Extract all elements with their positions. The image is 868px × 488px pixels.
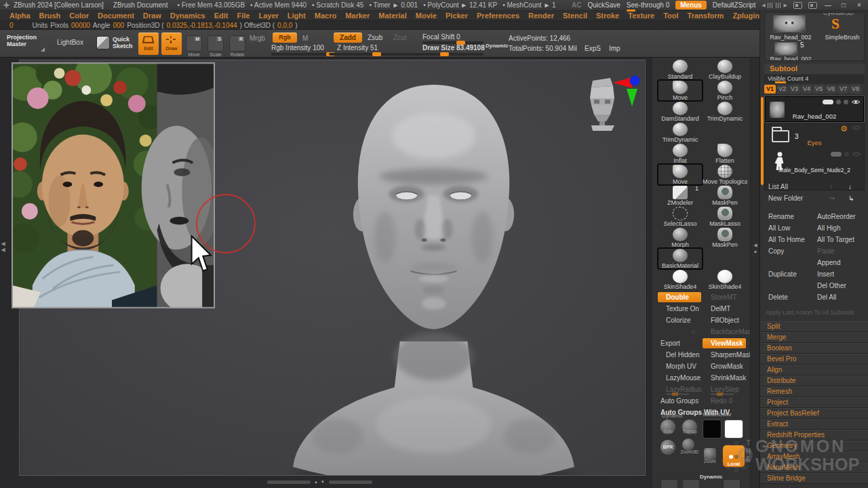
menu-item[interactable]: Zplugin xyxy=(732,12,760,20)
move-up-button[interactable]: ↑ xyxy=(829,182,833,192)
palette-button[interactable]: ShrinkMask xyxy=(703,373,747,383)
lightbox-button[interactable]: LightBox xyxy=(57,39,83,46)
menu-item[interactable]: Light xyxy=(288,12,306,20)
palette-button[interactable]: Double xyxy=(658,292,701,302)
zcut-button[interactable]: Zcut xyxy=(393,34,406,41)
palette-divider[interactable]: ◀ ▲ xyxy=(750,58,760,488)
draw-size-handle[interactable] xyxy=(440,52,449,56)
section-header[interactable]: NanoMesh xyxy=(760,462,868,473)
menu-item[interactable]: Tool xyxy=(663,12,678,20)
brush-item[interactable]: TrimDynamic xyxy=(658,122,703,143)
brush-item[interactable]: Move xyxy=(658,80,703,101)
section-header[interactable]: Split xyxy=(760,321,868,332)
version-tab[interactable]: V1 xyxy=(764,85,776,94)
subtool-action-button[interactable] xyxy=(766,258,814,269)
version-tab[interactable]: V7 xyxy=(837,85,849,94)
section-header[interactable]: Merge xyxy=(760,332,868,343)
z-intensity-slider[interactable] xyxy=(329,53,424,56)
palette-button[interactable]: ∩ xyxy=(658,327,703,337)
brush-item[interactable]: TrimDynamic xyxy=(703,101,747,122)
palette-button[interactable]: ViewMask xyxy=(703,338,746,348)
visible-count-handle[interactable] xyxy=(775,81,786,83)
menu-item[interactable]: Layer xyxy=(258,12,278,20)
subtool-action-button[interactable]: All High xyxy=(814,223,863,235)
subtool-row-rav-head[interactable]: Rav_head_002 xyxy=(765,96,864,122)
version-tab[interactable]: V2 xyxy=(776,85,788,94)
gear-icon[interactable]: ⚙ xyxy=(840,125,848,133)
z-intensity-handle[interactable] xyxy=(372,52,381,56)
focal-shift-slider-label[interactable]: Focal Shift 0 xyxy=(422,33,460,41)
left-tray-collapse-arrows[interactable]: ◀ ◀ xyxy=(0,241,6,253)
minimize-button[interactable]: — xyxy=(823,1,833,9)
subtool-toggle-icons[interactable] xyxy=(823,99,861,105)
redo-curve-icon[interactable]: ↪ xyxy=(829,193,835,203)
subtool-scrollbar[interactable] xyxy=(761,97,764,185)
palette-button[interactable]: FillObject xyxy=(703,315,747,325)
brush-item[interactable]: Flatten xyxy=(703,143,747,164)
palette-button[interactable]: Auto Groups xyxy=(658,396,703,406)
restore-button[interactable]: □ xyxy=(839,1,848,9)
scroll-down-icon[interactable]: ▼ xyxy=(321,480,326,484)
palette-button[interactable]: GrowMask xyxy=(703,361,747,371)
palette-button[interactable]: Morph UV xyxy=(658,361,703,371)
draw-size-slider-label[interactable]: Draw Size 83.49108 xyxy=(422,44,485,52)
section-header[interactable]: Project BasRelief xyxy=(760,408,868,419)
subtool-action-button[interactable]: Del All xyxy=(814,292,863,304)
brush-item[interactable]: Standard xyxy=(658,59,703,80)
scrollbar-track-right[interactable] xyxy=(329,481,372,484)
zsub-button[interactable]: Zsub xyxy=(368,34,382,41)
section-header[interactable]: Extract xyxy=(760,419,868,430)
section-header[interactable]: Remesh xyxy=(760,386,868,397)
edit-mode-button[interactable]: Edit xyxy=(138,33,159,55)
menu-item[interactable]: Picker xyxy=(446,12,468,20)
recent-tool-thumbnail[interactable] xyxy=(774,42,797,56)
canvas-viewport[interactable]: ▲ ▼ ◀ ◀ xyxy=(0,58,652,488)
palette-button[interactable]: LazyMouse xyxy=(658,373,703,383)
zadd-button[interactable]: Zadd xyxy=(334,33,362,43)
menu-item[interactable]: Color xyxy=(69,12,89,20)
subtool-action-button[interactable]: All Low xyxy=(766,223,814,235)
brush-item[interactable]: DamStandard xyxy=(658,101,703,122)
subtool-row-eyes-folder[interactable]: 3 ⚙ Eyes xyxy=(765,122,864,149)
subtool-toggle-icons-dim[interactable] xyxy=(852,125,861,131)
palette-button[interactable]: Del Hidden xyxy=(658,350,703,360)
eye-icon[interactable] xyxy=(852,151,861,157)
simplebrush-icon[interactable]: S xyxy=(831,16,840,33)
list-all-button[interactable]: List All xyxy=(764,183,788,190)
eye-icon[interactable] xyxy=(852,125,861,131)
close-button[interactable]: × xyxy=(854,1,864,9)
visible-count-slider[interactable]: Visible Count 4 xyxy=(764,75,865,83)
see-through-slider[interactable]: See-through 0 xyxy=(627,1,669,9)
section-header[interactable]: Project xyxy=(760,397,868,408)
polypaint-toggle-icon[interactable] xyxy=(836,100,841,104)
brush-item[interactable]: 1 ZModeler xyxy=(658,185,703,206)
subtool-action-button[interactable]: Append xyxy=(814,258,863,269)
visibility-pill-icon[interactable] xyxy=(823,100,833,104)
clipped-icon[interactable] xyxy=(682,479,700,488)
menu-item[interactable]: Alpha xyxy=(9,12,31,20)
scrollbar-track-left[interactable] xyxy=(267,481,311,484)
eye-icon[interactable] xyxy=(851,99,861,105)
brush-item[interactable]: SkinShade4 xyxy=(658,269,703,290)
subtool-row-body[interactable]: Male_Body_Semi_Nude2_2 xyxy=(765,149,864,176)
rgb-intensity-slider[interactable] xyxy=(271,53,336,56)
menu-item[interactable]: Marker xyxy=(345,12,370,20)
menu-item[interactable]: Transform xyxy=(688,12,724,20)
menu-item[interactable]: File xyxy=(237,12,250,20)
brush-item[interactable] xyxy=(703,122,747,143)
reference-image-panel[interactable] xyxy=(12,62,215,308)
exps-button[interactable]: ExpS xyxy=(585,45,601,52)
brush-item[interactable]: MaskLasso xyxy=(703,206,747,227)
current-tool-thumbnail[interactable] xyxy=(773,15,806,33)
menu-item[interactable]: Render xyxy=(528,12,554,20)
move-mode-button[interactable]: M Move xyxy=(186,35,202,52)
rotate-mode-button[interactable]: R Rotate xyxy=(229,35,245,52)
subtool-action-button[interactable]: Delete xyxy=(766,292,814,304)
subtool-action-button[interactable]: Duplicate xyxy=(766,269,814,281)
subtool-section-header[interactable]: Subtool xyxy=(764,64,865,74)
brush-item[interactable]: SkinShade4 xyxy=(703,269,747,290)
menus-button[interactable]: Menus xyxy=(675,1,707,9)
version-tab[interactable]: V5 xyxy=(813,85,825,94)
subtool-toggle-icons-dim[interactable] xyxy=(831,151,861,157)
divider-arrows[interactable]: ◀ ▲ xyxy=(751,242,760,254)
